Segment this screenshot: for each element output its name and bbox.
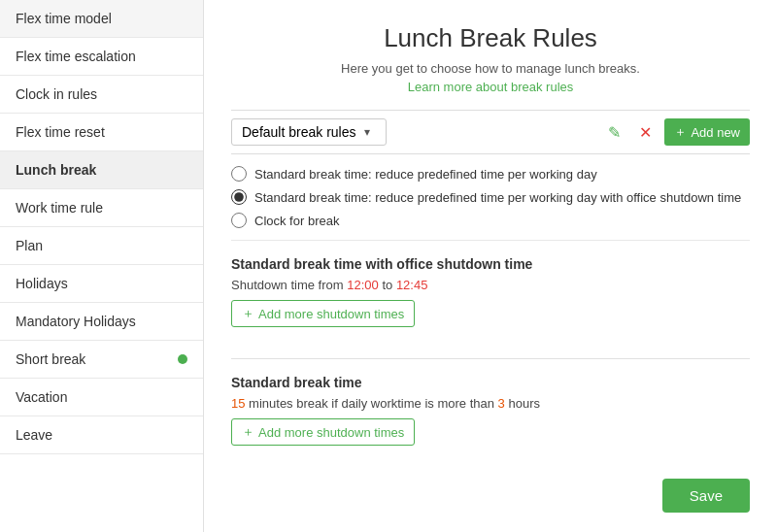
- rule-actions: ✎ ✕ ＋ Add new: [602, 118, 750, 146]
- radio-group: Standard break time: reduce predefined t…: [231, 166, 750, 241]
- learn-more-link[interactable]: Learn more about break rules: [231, 80, 750, 94]
- add-new-button[interactable]: ＋ Add new: [664, 118, 750, 146]
- add-more-shutdown-2-button[interactable]: ＋ Add more shutdown times: [231, 418, 415, 446]
- dropdown-label: Default break rules: [242, 124, 356, 140]
- sidebar-item-work-time-rule[interactable]: Work time rule: [0, 189, 203, 227]
- sidebar-item-label-mandatory-holidays: Mandatory Holidays: [16, 314, 136, 329]
- sidebar-item-flex-time-escalation[interactable]: Flex time escalation: [0, 38, 203, 76]
- standard-break-row: 15 minutes break if daily worktime is mo…: [231, 396, 750, 411]
- plus-icon: ＋: [674, 123, 687, 141]
- sidebar-item-label-flex-time-model: Flex time model: [16, 11, 112, 26]
- add-more-shutdown-1-label: Add more shutdown times: [258, 307, 404, 321]
- shutdown-to-time: 12:45: [396, 278, 428, 292]
- sidebar-item-label-flex-time-escalation: Flex time escalation: [16, 49, 136, 64]
- edit-button[interactable]: ✎: [602, 120, 625, 144]
- add-more-shutdown-2-label: Add more shutdown times: [258, 425, 404, 440]
- main-content: Lunch Break Rules Here you get to choose…: [204, 0, 777, 532]
- radio-input-1[interactable]: [231, 166, 247, 182]
- sidebar-item-short-break[interactable]: Short break: [0, 341, 203, 379]
- shutdown-time-row: Shutdown time from 12:00 to 12:45: [231, 278, 750, 292]
- sidebar-item-label-short-break: Short break: [16, 351, 85, 367]
- add-new-label: Add new: [691, 125, 740, 140]
- sidebar-item-vacation[interactable]: Vacation: [0, 379, 203, 416]
- save-row: Save: [231, 467, 750, 513]
- sidebar-item-label-lunch-break: Lunch break: [16, 162, 96, 178]
- radio-label-1: Standard break time: reduce predefined t…: [254, 167, 597, 182]
- close-icon: ✕: [639, 123, 652, 142]
- plus-icon-2: ＋: [242, 423, 254, 441]
- break-hours: 3: [498, 396, 505, 411]
- sidebar-item-label-clock-in-rules: Clock in rules: [16, 86, 97, 102]
- radio-option-2[interactable]: Standard break time: reduce predefined t…: [231, 189, 750, 205]
- sidebar-item-label-plan: Plan: [16, 238, 43, 253]
- sidebar-item-flex-time-reset[interactable]: Flex time reset: [0, 114, 203, 151]
- chevron-down-icon: ▾: [364, 125, 370, 139]
- sidebar-item-leave[interactable]: Leave: [0, 416, 203, 454]
- section-divider: [231, 358, 750, 359]
- shutdown-from-time: 12:00: [347, 278, 379, 292]
- save-button[interactable]: Save: [662, 479, 750, 513]
- delete-button[interactable]: ✕: [633, 120, 657, 144]
- radio-input-3[interactable]: [231, 213, 247, 228]
- sidebar: Flex time modelFlex time escalationClock…: [0, 0, 204, 532]
- rule-selector-row: Default break rules ▾ ✎ ✕ ＋ Add new: [231, 110, 750, 154]
- radio-input-2[interactable]: [231, 189, 247, 205]
- radio-option-1[interactable]: Standard break time: reduce predefined t…: [231, 166, 750, 182]
- sidebar-item-label-flex-time-reset: Flex time reset: [16, 124, 105, 140]
- sidebar-item-lunch-break[interactable]: Lunch break: [0, 151, 203, 189]
- sidebar-item-label-work-time-rule: Work time rule: [16, 200, 103, 216]
- status-dot-short-break: [178, 354, 187, 364]
- sidebar-item-label-leave: Leave: [16, 427, 52, 443]
- break-middle-text: minutes break if daily worktime is more …: [249, 396, 494, 411]
- standard-break-section: Standard break time 15 minutes break if …: [231, 375, 750, 446]
- rule-dropdown[interactable]: Default break rules ▾: [231, 118, 387, 146]
- break-minutes: 15: [231, 396, 245, 411]
- plus-icon-1: ＋: [242, 305, 254, 322]
- standard-break-title: Standard break time: [231, 375, 750, 390]
- break-suffix: hours: [508, 396, 540, 411]
- sidebar-item-label-holidays: Holidays: [16, 276, 68, 291]
- sidebar-item-flex-time-model[interactable]: Flex time model: [0, 0, 203, 38]
- edit-icon: ✎: [608, 123, 621, 142]
- shutdown-section-title: Standard break time with office shutdown…: [231, 256, 750, 272]
- sidebar-item-clock-in-rules[interactable]: Clock in rules: [0, 76, 203, 114]
- radio-label-3: Clock for break: [254, 214, 339, 228]
- shutdown-time-section: Standard break time with office shutdown…: [231, 256, 750, 327]
- add-more-shutdown-1-button[interactable]: ＋ Add more shutdown times: [231, 300, 415, 327]
- sidebar-item-label-vacation: Vacation: [16, 389, 67, 405]
- sidebar-item-mandatory-holidays[interactable]: Mandatory Holidays: [0, 303, 203, 341]
- page-title: Lunch Break Rules: [231, 23, 750, 53]
- shutdown-prefix: Shutdown time from: [231, 278, 344, 292]
- subtitle: Here you get to choose how to manage lun…: [231, 61, 750, 76]
- sidebar-item-holidays[interactable]: Holidays: [0, 265, 203, 303]
- shutdown-separator: to: [382, 278, 392, 292]
- sidebar-item-plan[interactable]: Plan: [0, 227, 203, 265]
- radio-option-3[interactable]: Clock for break: [231, 213, 750, 228]
- radio-label-2: Standard break time: reduce predefined t…: [254, 190, 741, 205]
